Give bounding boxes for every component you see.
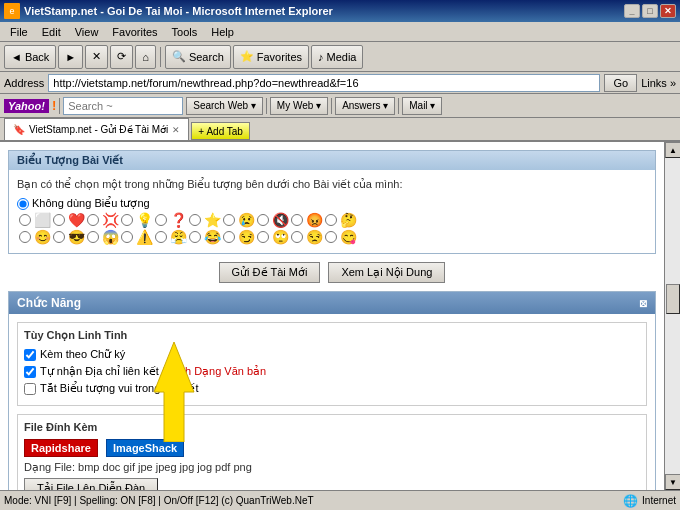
add-tab-button[interactable]: + Add Tab	[191, 122, 250, 140]
menu-edit[interactable]: Edit	[36, 24, 67, 40]
emoji-12: 😎	[68, 229, 85, 245]
window-title: VietStamp.net - Goi De Tai Moi - Microso…	[24, 5, 333, 17]
imageshack-button[interactable]: ImageShack	[106, 439, 184, 457]
submit-button[interactable]: Gửi Đề Tài Mới	[219, 262, 321, 283]
emoji-option-3[interactable]: 💢	[87, 212, 119, 228]
emoji-14: ⚠️	[136, 229, 153, 245]
emoji-option-13[interactable]: 😱	[87, 229, 119, 245]
checkbox-ky-input[interactable]	[24, 349, 36, 361]
media-button[interactable]: ♪ Media	[311, 45, 363, 69]
file-types-label: Dạng File: bmp doc gif jpe jpeg jpg jog …	[24, 461, 640, 474]
action-buttons: Gửi Đề Tài Mới Xem Lại Nội Dung	[8, 262, 656, 283]
menu-tools[interactable]: Tools	[166, 24, 204, 40]
home-icon: ⌂	[142, 51, 149, 63]
scroll-down-button[interactable]: ▼	[665, 474, 680, 490]
emoji-option-14[interactable]: ⚠️	[121, 229, 153, 245]
emoji-option-19[interactable]: 😒	[291, 229, 323, 245]
emoji-option-2[interactable]: ❤️	[53, 212, 85, 228]
checkbox-bieu-tuong: Tắt Biểu tượng vui trong vài viết	[24, 382, 640, 395]
emoji-option-5[interactable]: ❓	[155, 212, 187, 228]
file-header-label: File Đính Kèm	[24, 421, 640, 433]
tab-bar: 🔖 VietStamp.net - Gửi Đề Tài Mới ✕ + Add…	[0, 118, 680, 142]
no-icon-radio[interactable]	[17, 198, 29, 210]
home-button[interactable]: ⌂	[135, 45, 156, 69]
answers-button[interactable]: Answers ▾	[335, 97, 395, 115]
emoji-6: ⭐	[204, 212, 221, 228]
window-controls: _ □ ✕	[624, 4, 676, 18]
emoji-1: ⬜	[34, 212, 51, 228]
forward-button[interactable]: ►	[58, 45, 83, 69]
checkbox-diachi-input[interactable]	[24, 366, 36, 378]
status-bar: Mode: VNI [F9] | Spelling: ON [F8] | On/…	[0, 490, 680, 510]
yahoo-separator	[59, 98, 60, 114]
favorites-button[interactable]: ⭐ Favorites	[233, 45, 309, 69]
file-dinh-kem-group: File Đính Kèm Rapidshare ImageShack Dạng…	[17, 414, 647, 490]
back-button[interactable]: ◄ Back	[4, 45, 56, 69]
menu-view[interactable]: View	[69, 24, 105, 40]
tab-title: VietStamp.net - Gửi Đề Tài Mới	[29, 124, 168, 135]
emoji-option-15[interactable]: 😤	[155, 229, 187, 245]
stop-button[interactable]: ✕	[85, 45, 108, 69]
refresh-icon: ⟳	[117, 50, 126, 63]
status-text: Mode: VNI [F9] | Spelling: ON [F8] | On/…	[4, 495, 623, 506]
menu-help[interactable]: Help	[205, 24, 240, 40]
maximize-button[interactable]: □	[642, 4, 658, 18]
rapidshare-button[interactable]: Rapidshare	[24, 439, 98, 457]
tuy-chon-group: Tùy Chọn Linh Tinh Kèm theo Chữ ký Tự nh…	[17, 322, 647, 406]
emoji-19: 😒	[306, 229, 323, 245]
tab-favicon: 🔖	[13, 124, 25, 135]
emoji-option-17[interactable]: 😏	[223, 229, 255, 245]
emoji-option-11[interactable]: 😊	[19, 229, 51, 245]
checkbox-bieu-tuong-label: Tắt Biểu tượng vui trong vài viết	[40, 382, 199, 395]
emoji-17: 😏	[238, 229, 255, 245]
close-button[interactable]: ✕	[660, 4, 676, 18]
go-button[interactable]: Go	[604, 74, 637, 92]
emoji-option-18[interactable]: 🙄	[257, 229, 289, 245]
active-tab[interactable]: 🔖 VietStamp.net - Gửi Đề Tài Mới ✕	[4, 118, 189, 140]
preview-button[interactable]: Xem Lại Nội Dung	[328, 262, 445, 283]
dinh-dang-highlight: Định Dạng Văn bản	[168, 365, 266, 377]
forward-arrow-icon: ►	[65, 51, 76, 63]
bieu-tuong-desc: Bạn có thể chọn một trong những Biểu tượ…	[17, 178, 647, 191]
address-label: Address	[4, 77, 44, 89]
emoji-option-6[interactable]: ⭐	[189, 212, 221, 228]
bieu-tuong-section: Biểu Tượng Bài Viết Bạn có thể chọn một …	[8, 150, 656, 254]
scroll-up-button[interactable]: ▲	[665, 142, 680, 158]
menu-favorites[interactable]: Favorites	[106, 24, 163, 40]
emoji-option-1[interactable]: ⬜	[19, 212, 51, 228]
my-web-button[interactable]: My Web ▾	[270, 97, 328, 115]
yahoo-logo: Yahoo!	[4, 99, 49, 113]
emoji-option-9[interactable]: 😡	[291, 212, 323, 228]
tab-close-icon[interactable]: ✕	[172, 125, 180, 135]
checkbox-bieu-tuong-input[interactable]	[24, 383, 36, 395]
emoji-option-7[interactable]: 😢	[223, 212, 255, 228]
search-web-button[interactable]: Search Web ▾	[186, 97, 263, 115]
refresh-button[interactable]: ⟳	[110, 45, 133, 69]
collapse-icon[interactable]: ⊠	[639, 298, 647, 309]
emoji-option-10[interactable]: 🤔	[325, 212, 357, 228]
minimize-button[interactable]: _	[624, 4, 640, 18]
globe-icon: 🌐	[623, 494, 638, 508]
emoji-option-16[interactable]: 😂	[189, 229, 221, 245]
emoji-option-20[interactable]: 😋	[325, 229, 357, 245]
no-icon-label: Không dùng Biểu tượng	[32, 197, 150, 210]
yahoo-search-input[interactable]	[63, 97, 183, 115]
sep3	[331, 98, 332, 114]
mail-button[interactable]: Mail ▾	[402, 97, 442, 115]
scroll-thumb[interactable]	[666, 284, 680, 314]
checkbox-diachi: Tự nhận Địa chỉ liên kết / Định Dạng Văn…	[24, 365, 640, 378]
upload-button[interactable]: Tải File Lên Diễn Đàn	[24, 478, 158, 490]
emoji-option-12[interactable]: 😎	[53, 229, 85, 245]
yahoo-exclaim: !	[52, 98, 56, 113]
menu-file[interactable]: File	[4, 24, 34, 40]
emoji-16: 😂	[204, 229, 221, 245]
emoji-8: 🔇	[272, 212, 289, 228]
no-icon-option[interactable]: Không dùng Biểu tượng	[17, 197, 357, 210]
address-input[interactable]	[48, 74, 600, 92]
emoji-2: ❤️	[68, 212, 85, 228]
emoji-20: 😋	[340, 229, 357, 245]
emoji-option-4[interactable]: 💡	[121, 212, 153, 228]
search-button[interactable]: 🔍 Search	[165, 45, 231, 69]
emoji-7: 😢	[238, 212, 255, 228]
emoji-option-8[interactable]: 🔇	[257, 212, 289, 228]
